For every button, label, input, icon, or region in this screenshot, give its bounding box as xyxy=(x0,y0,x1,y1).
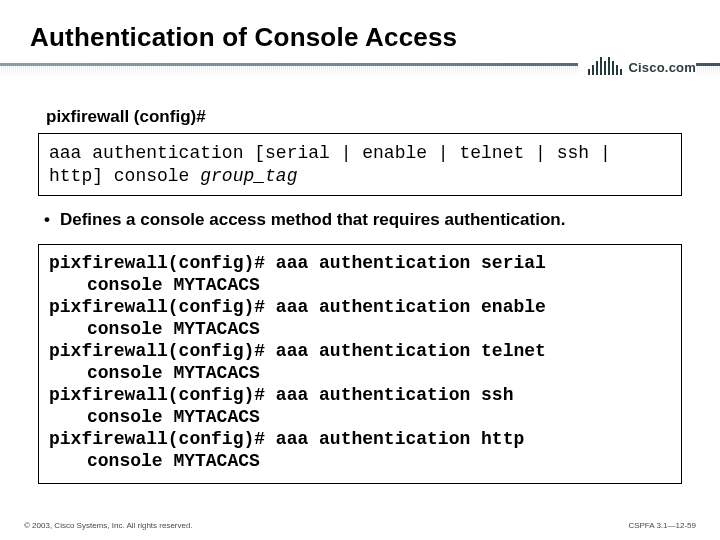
slide-title: Authentication of Console Access xyxy=(0,0,720,59)
cisco-bars-icon xyxy=(588,57,622,75)
description-bullet: • Defines a console access method that r… xyxy=(38,196,682,244)
example-part2: console MYTACACS xyxy=(49,407,671,429)
syntax-arg: group_tag xyxy=(200,166,297,186)
brand-text: Cisco.com xyxy=(628,60,696,75)
syntax-command: aaa authentication [serial | enable | te… xyxy=(49,143,611,186)
example-part2: console MYTACACS xyxy=(49,451,671,473)
example-line: pixfirewall(config)# aaa authentication … xyxy=(49,385,671,429)
config-prompt-label: pixfirewall (config)# xyxy=(38,103,682,133)
example-line: pixfirewall(config)# aaa authentication … xyxy=(49,253,671,297)
slide-number: CSPFA 3.1—12-59 xyxy=(628,521,696,530)
example-line: pixfirewall(config)# aaa authentication … xyxy=(49,429,671,473)
example-part1: pixfirewall(config)# aaa authentication … xyxy=(49,429,524,449)
example-part1: pixfirewall(config)# aaa authentication … xyxy=(49,253,546,273)
brand: Cisco.com xyxy=(578,57,696,75)
example-box: pixfirewall(config)# aaa authentication … xyxy=(38,244,682,484)
example-part2: console MYTACACS xyxy=(49,275,671,297)
example-line: pixfirewall(config)# aaa authentication … xyxy=(49,297,671,341)
example-part2: console MYTACACS xyxy=(49,319,671,341)
bullet-dot-icon: • xyxy=(44,210,50,230)
example-part1: pixfirewall(config)# aaa authentication … xyxy=(49,341,546,361)
footer: © 2003, Cisco Systems, Inc. All rights r… xyxy=(24,521,696,530)
divider: Cisco.com xyxy=(0,59,720,89)
example-part2: console MYTACACS xyxy=(49,363,671,385)
example-part1: pixfirewall(config)# aaa authentication … xyxy=(49,385,513,405)
example-line: pixfirewall(config)# aaa authentication … xyxy=(49,341,671,385)
description-text: Defines a console access method that req… xyxy=(60,210,565,230)
copyright: © 2003, Cisco Systems, Inc. All rights r… xyxy=(24,521,193,530)
example-part1: pixfirewall(config)# aaa authentication … xyxy=(49,297,546,317)
syntax-box: aaa authentication [serial | enable | te… xyxy=(38,133,682,196)
